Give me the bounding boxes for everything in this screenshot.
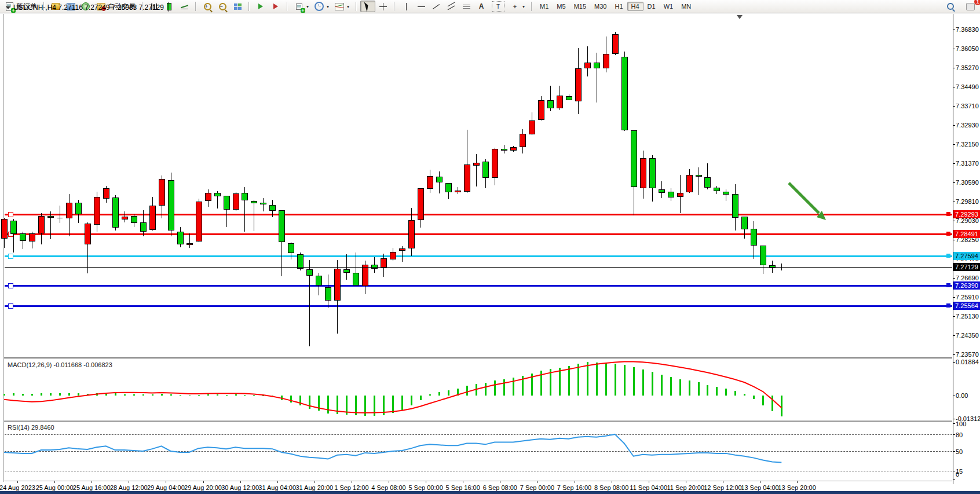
date-axis-label: 25 Aug 00:00 (36, 484, 74, 491)
line-chart-mode-button[interactable] (177, 1, 192, 12)
auto-scroll-icon (256, 2, 265, 11)
date-axis-tick (17, 481, 18, 483)
search-icon (946, 2, 955, 11)
chart-window[interactable]: 7.368307.360507.352707.344907.337107.329… (0, 13, 980, 491)
date-axis-label: 24 Aug 2023 (0, 484, 35, 491)
zoom-out-icon: − (218, 2, 227, 11)
trading-terminal: { "toolbar": { "new_order_label": "新订单",… (0, 0, 980, 494)
dropdown-arrow-icon: ▾ (347, 4, 349, 9)
tile-windows-button[interactable] (230, 1, 245, 12)
date-axis-label: 28 Aug 12:00 (110, 484, 148, 491)
date-axis-tick (315, 481, 315, 483)
cursor-icon (363, 2, 372, 11)
date-axis-label: 11 Sep 20:00 (667, 484, 704, 491)
date-axis-tick (166, 481, 166, 483)
search-button[interactable] (943, 1, 958, 12)
date-axis-label: 29 Aug 04:00 (147, 484, 185, 491)
timeframe-h4[interactable]: H4 (627, 2, 643, 11)
date-axis-tick (240, 481, 241, 483)
timeframe-mn[interactable]: MN (677, 2, 695, 11)
timeframe-m15[interactable]: M15 (570, 2, 590, 11)
fibonacci-icon (462, 2, 471, 11)
trendline-icon (432, 2, 441, 11)
dropdown-arrow-icon: ▾ (522, 4, 525, 9)
timeframe-m1[interactable]: M1 (536, 2, 553, 11)
date-axis-tick (500, 481, 500, 483)
auto-scroll-button[interactable] (253, 1, 268, 12)
macd-signal-line (4, 362, 781, 413)
date-axis-label: 7 Sep 00:00 (520, 484, 554, 491)
date-axis-label: 12 Sep 12:00 (704, 484, 741, 491)
date-axis-tick (575, 481, 575, 483)
arrows-tool-button[interactable]: ✦▾ (507, 1, 528, 12)
date-axis-tick (203, 481, 204, 483)
cursor-tool-button[interactable] (360, 1, 375, 12)
chart-menu-icon[interactable] (6, 6, 10, 9)
timeframe-m30[interactable]: M30 (590, 2, 610, 11)
channel-tool-button[interactable] (444, 1, 459, 12)
zoom-out-button[interactable]: − (215, 1, 230, 12)
date-axis-tick (277, 481, 278, 483)
timeframe-h1[interactable]: H1 (610, 2, 627, 11)
date-axis-label: 11 Sep 04:00 (630, 484, 667, 491)
new-chart-button[interactable]: +▾ (291, 1, 312, 12)
date-axis-tick (463, 481, 463, 483)
fibonacci-tool-button[interactable] (459, 1, 474, 12)
chart-title-row: USDCNH-,H4 7.27116 7.27249 7.26983 7.271… (6, 3, 164, 12)
zoom-in-icon: + (203, 2, 212, 11)
date-axis-label: 8 Sep 08:00 (594, 484, 628, 491)
vertical-line-tool-button[interactable] (398, 1, 414, 12)
date-axis-label: 29 Aug 20:00 (184, 484, 222, 491)
toolbar-separator (394, 2, 395, 11)
timeframe-w1[interactable]: W1 (660, 2, 678, 11)
date-axis-label: 25 Aug 16:00 (73, 484, 111, 491)
toolbar-separator (356, 2, 357, 11)
templates-button[interactable]: ▾ (332, 1, 352, 12)
chart-shift-icon (271, 2, 280, 11)
timeframe-m5[interactable]: M5 (553, 2, 569, 11)
chat-icon (966, 2, 975, 11)
tile-windows-icon (233, 2, 242, 11)
date-axis-tick (686, 481, 686, 483)
toolbar-separator (531, 2, 532, 11)
indicator-lines (0, 13, 980, 491)
date-axis-label: 13 Sep 20:00 (778, 484, 816, 491)
equidistant-channel-icon (447, 2, 456, 11)
vertical-line-icon (401, 2, 411, 11)
macd-label: MACD(12,26,9) -0.011668 -0.006823 (8, 361, 112, 368)
rsi-label: RSI(14) 29.8460 (8, 424, 54, 431)
toolbar-separator (195, 2, 196, 11)
date-axis-tick (426, 481, 426, 483)
chart-shift-button[interactable] (268, 1, 283, 12)
toolbar-separator (248, 2, 250, 11)
status-strip (0, 491, 980, 494)
date-axis-label: 1 Sep 12:00 (334, 484, 368, 491)
date-axis-label: 5 Sep 16:00 (446, 484, 480, 491)
dropdown-arrow-icon: ▾ (327, 4, 329, 9)
periods-button[interactable]: ▾ (312, 1, 332, 12)
zoom-in-button[interactable]: + (200, 1, 215, 12)
date-axis-label: 6 Sep 08:00 (483, 484, 517, 491)
date-axis-label: 5 Sep 00:00 (408, 484, 443, 491)
text-label-tool-button[interactable]: T (489, 0, 507, 13)
timeframe-d1[interactable]: D1 (643, 2, 660, 11)
line-chart-icon (180, 2, 189, 11)
trendline-tool-button[interactable] (429, 1, 444, 12)
arrows-icon: ✦ (510, 2, 520, 11)
notifications-button[interactable]: 1 (963, 1, 978, 12)
date-axis-tick (352, 481, 352, 483)
notification-badge: 1 (974, 0, 980, 5)
date-axis-tick (723, 481, 723, 483)
date-axis-tick (797, 481, 798, 483)
crosshair-icon (378, 2, 387, 11)
text-tool-button[interactable]: A (474, 1, 489, 12)
annotation-arrow-line[interactable] (789, 183, 819, 213)
date-axis-label: 30 Aug 12:00 (221, 484, 259, 491)
date-axis-label: 7 Sep 16:00 (557, 484, 591, 491)
horizontal-line-tool-button[interactable] (414, 1, 429, 12)
date-axis-label: 31 Aug 04:00 (258, 484, 296, 491)
crosshair-tool-button[interactable] (375, 1, 390, 12)
date-axis-label: 13 Sep 04:00 (741, 484, 778, 491)
date-axis-tick (54, 481, 55, 483)
date-axis-label: 31 Aug 20:00 (295, 484, 333, 491)
